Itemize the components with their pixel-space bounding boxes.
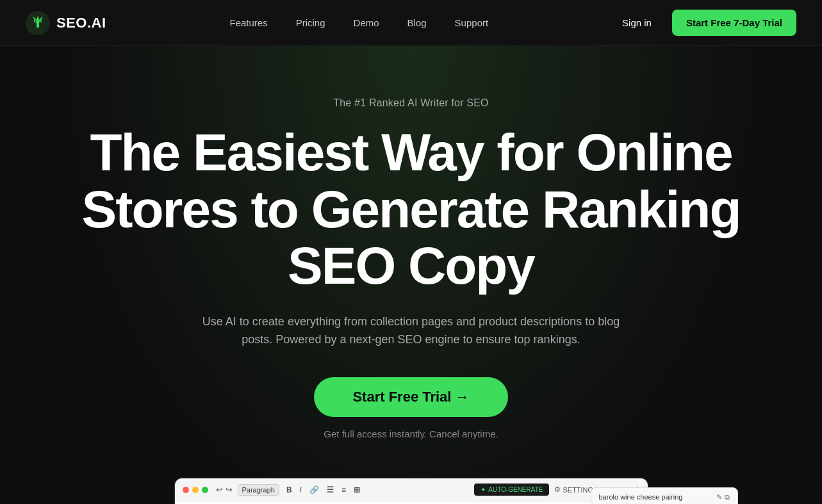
list-icon: ☰ xyxy=(325,484,336,496)
italic-icon: I xyxy=(298,484,304,496)
maximize-dot xyxy=(202,487,208,493)
nav-right: Sign in Start Free 7-Day Trial xyxy=(612,10,796,36)
hero-badge: The #1 Ranked AI Writer for SEO xyxy=(333,97,488,109)
sign-in-button[interactable]: Sign in xyxy=(612,12,662,33)
hero-title: The Easiest Way for Online Stores to Gen… xyxy=(59,124,764,295)
bold-icon[interactable]: B xyxy=(284,484,294,496)
nav-pricing[interactable]: Pricing xyxy=(284,12,337,33)
editor-panel: ↩ ↪ Paragraph B I 🔗 ☰ ≡ ⊞ ✦ AUTO-GENERAT… xyxy=(174,478,648,504)
auto-generate-button[interactable]: ✦ AUTO-GENERATE xyxy=(474,484,549,496)
link-icon: 🔗 xyxy=(308,484,321,496)
copy-icon: ⧉ xyxy=(725,493,730,501)
hero-subtitle: Use AI to create everything from collect… xyxy=(193,313,629,350)
list-ordered-icon: ≡ xyxy=(340,484,348,496)
nav-demo[interactable]: Demo xyxy=(342,12,391,33)
logo-text: SEO.AI xyxy=(56,15,106,31)
navbar: SEO.AI Features Pricing Demo Blog Suppor… xyxy=(0,0,822,46)
table-icon: ⊞ xyxy=(352,484,362,496)
nav-blog[interactable]: Blog xyxy=(396,12,438,33)
right-panel-title: barolo wine cheese pairing xyxy=(599,493,683,501)
right-panel: barolo wine cheese pairing ✎ ⧉ 63 . Reac… xyxy=(591,487,738,504)
minimize-dot xyxy=(192,487,199,493)
cta-button[interactable]: Start Free Trial → xyxy=(314,377,507,417)
screenshot-preview: ◀ BACK Template: Product Collection Desc… xyxy=(46,478,777,504)
editor-toolbar: ↩ ↪ Paragraph B I 🔗 ☰ ≡ ⊞ ✦ AUTO-GENERAT… xyxy=(175,478,648,501)
nav-support[interactable]: Support xyxy=(443,12,500,33)
format-select[interactable]: Paragraph xyxy=(238,484,279,496)
undo-icon: ↩ xyxy=(216,485,223,494)
redo-icon: ↪ xyxy=(226,485,233,494)
edit-icon: ✎ xyxy=(716,493,722,501)
settings-icon: ⚙ xyxy=(554,485,561,494)
logo-icon xyxy=(26,11,50,35)
close-dot xyxy=(183,487,189,493)
editor-content: Soft Cheeses Soft cheeses present a crea… xyxy=(175,501,648,504)
nav-trial-button[interactable]: Start Free 7-Day Trial xyxy=(672,10,796,36)
cta-note: Get full access instantly. Cancel anytim… xyxy=(324,428,498,439)
logo[interactable]: SEO.AI xyxy=(26,11,106,35)
sparkle-icon: ✦ xyxy=(481,486,486,493)
hero-section: The #1 Ranked AI Writer for SEO The Easi… xyxy=(0,46,822,504)
nav-links: Features Pricing Demo Blog Support xyxy=(218,12,500,33)
nav-features[interactable]: Features xyxy=(218,12,279,33)
